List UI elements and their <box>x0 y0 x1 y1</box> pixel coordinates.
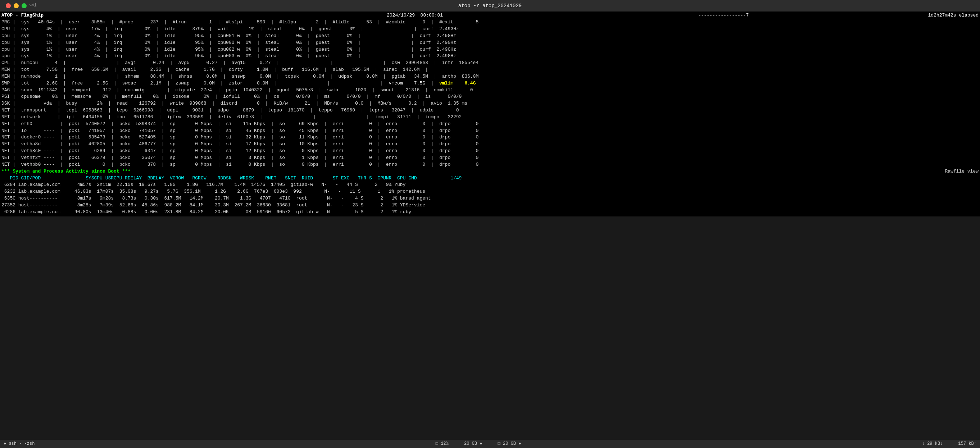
process-row-3: 27352 host---------- 8m28s 7m39s 52.66s … <box>2 202 978 209</box>
mem-row-2: MEM | numnode 1 | | shmem 88.4M | shrss … <box>2 73 978 80</box>
shortcut-label: ⌥⌘1 <box>29 3 37 9</box>
status-percent: □ 12% <box>436 441 449 446</box>
process-row-0: 6284 lab.example.com 4m57s 2h11m 22.10s … <box>2 181 978 188</box>
net-lo-data: NET | lo ---- | pcki 741057 | pcko 74105… <box>2 128 479 135</box>
cpu-row-3: cpu | sys 1% | user 4% | irq 0% | idle 9… <box>2 40 978 46</box>
rawfile-label: Rawfile view <box>945 168 978 175</box>
cpu3-data: cpu | sys 1% | user 4% | irq 0% | idle 9… <box>2 40 456 46</box>
net-eth0-row: NET | eth0 ---- | pcki 5740072 | pcko 53… <box>2 121 978 128</box>
mem2-data: MEM | numnode 1 | | shmem 88.4M | shrss … <box>2 73 479 80</box>
psi-row: PSI | cpusome 0% | memsome 0% | memfull … <box>2 94 978 100</box>
system-banner-row: *** System and Process Activity since Bo… <box>2 168 978 175</box>
status-disk: 20 GB ● <box>464 441 482 446</box>
net-network-row: NET | network | ipi 6434155 | ipo 651178… <box>2 114 978 121</box>
terminal: ATOP - FlagShip 2024/10/29 00:00:01 ----… <box>0 11 980 216</box>
proc-2-data: 6350 host---------- 8m17s 9m28s 8.73s 0.… <box>2 195 431 202</box>
cpu5-data: cpu | sys 1% | user 4% | irq 0% | idle 9… <box>2 53 456 60</box>
status-left: ● ssh · -zsh <box>3 441 35 447</box>
net-vethbb0-row: NET | vethbb0 ---- | pcki 0 | pcko 378 |… <box>2 161 978 168</box>
disk-up: 157 kB↑ <box>958 441 977 446</box>
cpu-row-1: CPU | sys 4% | user 17% | irq 0% | idle … <box>2 26 978 33</box>
net-vetha8d-data: NET | vetha8d ---- | pcki 462805 | pcko … <box>2 141 479 148</box>
net-vethbb0-data: NET | vethbb0 ---- | pcki 0 | pcko 378 |… <box>2 161 479 168</box>
datetime: 2024/10/29 00:00:01 <box>116 12 569 19</box>
cpu-row-5: cpu | sys 1% | user 4% | irq 0% | idle 9… <box>2 53 978 60</box>
proc-1-data: 6232 lab.example.com 46.03s 17m07s 35.08… <box>2 188 425 195</box>
net-vethf2f-row: NET | vethf2f ---- | pcki 66379 | pcko 3… <box>2 155 978 161</box>
cpu-row-2: cpu | sys 1% | user 4% | irq 0% | idle 9… <box>2 33 978 40</box>
vmlim-value: vmlim 6.4G <box>439 81 476 86</box>
proc-3-data: 27352 host---------- 8m28s 7m39s 52.66s … <box>2 202 425 209</box>
maximize-button[interactable] <box>22 3 27 8</box>
process-row-4: 6286 lab.example.com 90.80s 13m40s 0.88s… <box>2 209 978 216</box>
atop-label: ATOP - FlagShip <box>2 12 116 19</box>
prc-data: PRC | sys 46m04s | user 3h55m | #proc 23… <box>2 19 479 26</box>
pag-data: PAG | scan 1911342 | compact 912 | numam… <box>2 87 473 94</box>
process-row-2: 6350 host---------- 8m17s 9m28s 8.73s 0.… <box>2 195 978 202</box>
vmcom-label: vmcom 7.5G <box>389 81 425 86</box>
window-title: atop -r atop_20241029 <box>458 2 522 10</box>
swp-text: SWP | tot 2.6G | free 2.5G | swcac 2.1M … <box>2 80 476 87</box>
atop-header: ATOP - FlagShip 2024/10/29 00:00:01 ----… <box>2 12 978 19</box>
process-header: PID CID/POD SYSCPU USRCPU RDELAY BDELAY … <box>2 175 461 182</box>
dsk-row: DSK | vda | busy 2% | read 126792 | writ… <box>2 100 978 107</box>
net-lo-row: NET | lo ---- | pcki 741057 | pcko 74105… <box>2 128 978 135</box>
status-right: ↓ 29 kB↓ 157 kB↑ <box>922 441 977 447</box>
prc-row: PRC | sys 46m04s | user 3h55m | #proc 23… <box>2 19 978 26</box>
psi-data: PSI | cpusome 0% | memsome 0% | memfull … <box>2 94 461 100</box>
net-veth8c0-data: NET | veth8c0 ---- | pcki 6289 | pcko 63… <box>2 148 479 155</box>
pag-row: PAG | scan 1911342 | compact 912 | numam… <box>2 87 978 94</box>
cpu4-data: cpu | sys 1% | user 4% | irq 0% | idle 9… <box>2 46 456 53</box>
net-vethf2f-data: NET | vethf2f ---- | pcki 66379 | pcko 3… <box>2 155 479 161</box>
cpl-row: CPL | numcpu 4 | | avg1 0.24 | avg5 0.27… <box>2 60 978 67</box>
system-banner: *** System and Process Activity since Bo… <box>2 168 130 175</box>
cpu-row-4: cpu | sys 1% | user 4% | irq 0% | idle 9… <box>2 46 978 53</box>
net-veth8c0-row: NET | veth8c0 ---- | pcki 6289 | pcko 63… <box>2 148 978 155</box>
net-transport-data: NET | transport | tcpi 6058563 | tcpo 62… <box>2 107 459 114</box>
net-docker0-data: NET | docker0 ---- | pcki 535473 | pcko … <box>2 134 479 141</box>
cpl-data: CPL | numcpu 4 | | avg1 0.24 | avg5 0.27… <box>2 60 479 67</box>
net-down: ↓ 29 kB↓ <box>922 441 943 446</box>
process-header-row: PID CID/POD SYSCPU USRCPU RDELAY BDELAY … <box>2 175 978 182</box>
proc-4-data: 6286 lab.example.com 90.80s 13m40s 0.88s… <box>2 209 411 216</box>
proc-0-data: 6284 lab.example.com 4m57s 2h11m 22.10s … <box>2 181 406 188</box>
minimize-button[interactable] <box>14 3 19 8</box>
status-bar: ● ssh · -zsh □ 12% 20 GB ● □ 20 GB ● ↓ 2… <box>0 440 980 448</box>
mem1-data: MEM | tot 7.5G | free 650.6M | avail 2.3… <box>2 67 428 73</box>
status-middle: □ 12% 20 GB ● □ 20 GB ● <box>436 441 521 447</box>
separator: -----------------7 <box>569 12 878 19</box>
net-eth0-data: NET | eth0 ---- | pcki 5740072 | pcko 53… <box>2 121 479 128</box>
net-vetha8d-row: NET | vetha8d ---- | pcki 462805 | pcko … <box>2 141 978 148</box>
cpu1-data: CPU | sys 4% | user 17% | irq 0% | idle … <box>2 26 459 33</box>
title-bar: ⌥⌘1 atop -r atop_20241029 <box>0 0 980 11</box>
net-transport-row: NET | transport | tcpi 6058563 | tcpo 62… <box>2 107 978 114</box>
status-disk2: □ 20 GB ● <box>498 441 521 446</box>
cpu2-data: cpu | sys 1% | user 4% | irq 0% | idle 9… <box>2 33 456 40</box>
elapsed: 1d2h27m42s elapsed <box>878 12 978 19</box>
dsk-data: DSK | vda | busy 2% | read 126792 | writ… <box>2 100 467 107</box>
mem-row-1: MEM | tot 7.5G | free 650.6M | avail 2.3… <box>2 67 978 73</box>
swp-row: SWP | tot 2.6G | free 2.5G | swcac 2.1M … <box>2 80 978 87</box>
traffic-lights <box>6 3 27 8</box>
close-button[interactable] <box>6 3 11 8</box>
process-row-1: 6232 lab.example.com 46.03s 17m07s 35.08… <box>2 188 978 195</box>
net-network-data: NET | network | ipi 6434155 | ipo 651178… <box>2 114 461 121</box>
net-docker0-row: NET | docker0 ---- | pcki 535473 | pcko … <box>2 134 978 141</box>
